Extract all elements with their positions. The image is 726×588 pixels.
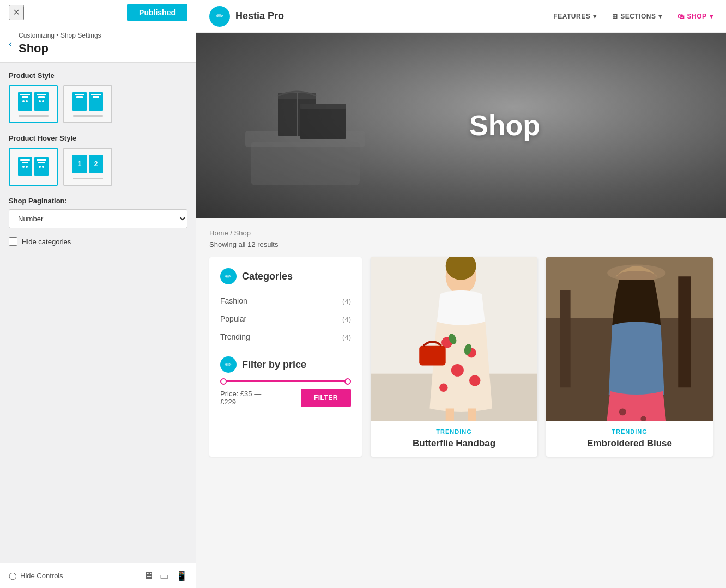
desktop-icon[interactable]: 🖥	[143, 570, 153, 582]
shop-pagination-select[interactable]: Number Load More Infinite Scroll	[9, 209, 187, 228]
product-style-option-1[interactable]	[9, 85, 58, 123]
svg-rect-29	[678, 276, 691, 387]
product-style-options	[9, 85, 187, 123]
product-category-1: TRENDING	[379, 428, 529, 435]
product-style-label: Product Style	[9, 71, 187, 80]
shop-breadcrumb: Home / Shop	[209, 229, 713, 237]
categories-widget: ✏ Categories Fashion (4) Popular (4)	[220, 268, 351, 345]
svg-point-15	[451, 364, 464, 377]
nav-items: FEATURES ▾ ⊞ SECTIONS ▾ 🛍 SHOP ▾	[553, 13, 713, 20]
svg-point-16	[439, 384, 447, 392]
price-slider-track	[220, 380, 351, 382]
svg-point-17	[469, 375, 480, 386]
product-hover-style-option-2[interactable]: 1 2	[63, 148, 112, 186]
svg-rect-6	[300, 104, 346, 109]
price-filter-row: Price: £35 — £229 FILTER	[220, 389, 351, 407]
navigation-bar: ✏ Hestia Pro FEATURES ▾ ⊞ SECTIONS ▾ 🛍 S…	[196, 0, 726, 33]
product-card-2[interactable]: TRENDING Embroidered Bluse	[546, 257, 713, 457]
hide-categories-label[interactable]: Hide categories	[22, 238, 71, 246]
hide-categories-checkbox[interactable]	[9, 237, 17, 246]
nav-shop[interactable]: 🛍 SHOP ▾	[677, 13, 713, 20]
svg-rect-0	[251, 142, 360, 185]
filter-button[interactable]: FILTER	[301, 389, 351, 407]
publish-button[interactable]: Published	[127, 4, 187, 21]
category-name-fashion: Fashion	[220, 296, 247, 305]
hide-categories-row: Hide categories	[9, 237, 187, 246]
eye-icon: ◯	[9, 572, 17, 580]
shop-chevron-icon: ▾	[710, 13, 713, 20]
panel-content: Product Style	[0, 63, 196, 563]
product-image-1	[371, 257, 537, 421]
logo-icon: ✏	[209, 6, 230, 27]
categories-edit-button[interactable]: ✏	[220, 268, 237, 284]
hero-decoration	[245, 44, 365, 207]
product-image-2	[546, 257, 713, 421]
hide-controls-label: Hide Controls	[20, 572, 63, 580]
shop-content: Home / Shop Showing all 12 results ✏ Cat…	[196, 218, 726, 588]
nav-features[interactable]: FEATURES ▾	[553, 13, 596, 20]
category-count-trending: (4)	[342, 333, 351, 341]
category-name-trending: Trending	[220, 332, 250, 341]
results-text: Showing all 12 results	[209, 240, 713, 248]
svg-rect-21	[446, 409, 454, 421]
product-hover-style-section: Product Hover Style	[9, 134, 187, 186]
price-slider-container	[220, 380, 351, 382]
product-category-2: TRENDING	[555, 428, 704, 435]
price-range-text: Price: £35 — £229	[220, 390, 261, 406]
product-style-section: Product Style	[9, 71, 187, 123]
filter-price-title: Filter by price	[242, 359, 306, 371]
category-item-fashion[interactable]: Fashion (4)	[220, 292, 351, 310]
sections-label: SECTIONS	[620, 13, 656, 20]
nav-sections[interactable]: ⊞ SECTIONS ▾	[612, 13, 662, 20]
price-slider-handle-right[interactable]	[344, 378, 351, 385]
shop-pagination-section: Shop Pagination: Number Load More Infini…	[9, 197, 187, 228]
shop-grid: ✏ Categories Fashion (4) Popular (4)	[209, 257, 713, 457]
preview-panel: ✏ Hestia Pro FEATURES ▾ ⊞ SECTIONS ▾ 🛍 S…	[196, 0, 726, 588]
hero-title: Shop	[469, 109, 540, 142]
product-hover-style-options: 1 2	[9, 148, 187, 186]
mobile-icon[interactable]: 📱	[176, 570, 187, 582]
logo-area: ✏ Hestia Pro	[209, 6, 553, 27]
category-item-popular[interactable]: Popular (4)	[220, 310, 351, 328]
product-image-svg-2	[546, 257, 713, 421]
hover-style-card-1: 1	[72, 155, 87, 173]
logo-text: Hestia Pro	[235, 10, 284, 22]
product-info-1: TRENDING Butterflie Handbag	[371, 421, 537, 457]
svg-point-32	[619, 409, 626, 416]
categories-list: Fashion (4) Popular (4) Trending (4)	[220, 292, 351, 345]
product-hover-style-option-1[interactable]	[9, 148, 58, 186]
svg-rect-28	[560, 290, 571, 388]
shop-inner: Home / Shop Showing all 12 results ✏ Cat…	[196, 218, 726, 468]
category-count-fashion: (4)	[342, 297, 351, 305]
product-info-2: TRENDING Embroidered Bluse	[546, 421, 713, 457]
category-name-popular: Popular	[220, 314, 246, 323]
categories-header: ✏ Categories	[220, 268, 351, 284]
product-card-1[interactable]: TRENDING Butterflie Handbag	[371, 257, 537, 457]
filter-price-section: ✏ Filter by price Price: £35 —	[220, 356, 351, 407]
hide-controls-button[interactable]: ◯ Hide Controls	[9, 572, 63, 580]
shop-pagination-label: Shop Pagination:	[9, 197, 187, 205]
product-hover-style-label: Product Hover Style	[9, 134, 187, 142]
tablet-icon[interactable]: ▭	[160, 570, 169, 582]
product-image-svg-1	[371, 257, 537, 421]
product-style-option-2[interactable]	[63, 85, 112, 123]
customizer-panel: × Published ‹ Customizing • Shop Setting…	[0, 0, 196, 588]
product-name-1: Butterflie Handbag	[379, 438, 529, 449]
device-icons: 🖥 ▭ 📱	[143, 570, 187, 582]
filter-price-edit-button[interactable]: ✏	[220, 356, 237, 373]
hover-style-card-2: 2	[89, 155, 103, 173]
price-to-label: £229	[220, 398, 261, 406]
features-chevron-icon: ▾	[593, 13, 597, 20]
features-label: FEATURES	[553, 13, 590, 20]
close-button[interactable]: ×	[9, 5, 24, 20]
back-arrow-button[interactable]: ‹	[9, 38, 12, 50]
price-slider-handle-left[interactable]	[220, 378, 227, 385]
svg-rect-20	[419, 346, 445, 366]
sections-icon: ⊞	[612, 13, 618, 20]
breadcrumb-section: ‹ Customizing • Shop Settings Shop	[0, 25, 196, 63]
category-item-trending[interactable]: Trending (4)	[220, 328, 351, 345]
categories-title: Categories	[242, 271, 293, 282]
bottom-bar: ◯ Hide Controls 🖥 ▭ 📱	[0, 563, 196, 588]
shop-bag-icon: 🛍	[677, 13, 685, 20]
product-name-2: Embroidered Bluse	[555, 438, 704, 449]
